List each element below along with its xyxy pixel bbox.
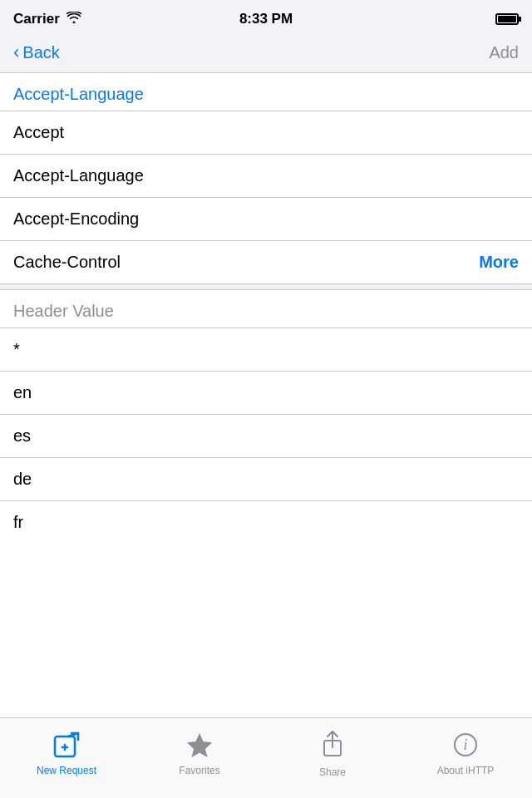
tab-bar: New Request Favorites Share i Abo [0,717,532,798]
list-item[interactable]: Accept [0,111,532,154]
value-label: de [13,470,32,489]
new-request-icon [52,732,81,761]
status-bar: Carrier 8:33 PM [0,0,532,37]
value-placeholder: Header Value [13,302,114,320]
list-item[interactable]: Cache-Control More [0,240,532,283]
star-icon [186,732,213,761]
battery-icon [495,13,519,25]
value-label: en [13,383,32,402]
item-label: Cache-Control [13,253,121,272]
carrier-label: Carrier [13,11,60,27]
header-items-list: Accept Accept-Language Accept-Encoding C… [0,111,532,283]
back-chevron-icon: ‹ [13,43,19,62]
list-item[interactable]: de [0,457,532,500]
share-icon [320,731,345,763]
back-button[interactable]: ‹ Back [13,43,60,62]
main-content: Accept-Language Accept Accept-Language A… [0,73,532,717]
header-section: Accept-Language [0,73,532,111]
info-icon: i [453,732,478,761]
list-item[interactable]: fr [0,500,532,544]
status-time: 8:33 PM [239,11,293,27]
tab-favorites-label: Favorites [179,765,219,776]
nav-bar: ‹ Back Add [0,37,532,73]
item-label: Accept-Language [13,166,144,185]
value-label: fr [13,513,23,532]
tab-share-label: Share [319,766,346,778]
back-label: Back [22,43,59,62]
tab-about-label: About iHTTP [437,765,495,776]
status-battery [495,13,519,25]
list-item[interactable]: en [0,371,532,414]
tab-share[interactable]: Share [266,718,399,790]
section-title: Accept-Language [13,85,144,103]
tab-new-request[interactable]: New Request [0,718,133,790]
list-item[interactable]: Accept-Language [0,154,532,197]
list-item[interactable]: * [0,328,532,371]
list-item[interactable]: es [0,414,532,457]
item-label: Accept-Encoding [13,209,139,229]
value-label: es [13,426,31,446]
svg-text:i: i [463,736,467,753]
svg-marker-1 [187,733,212,757]
more-button[interactable]: More [479,253,519,272]
list-item[interactable]: Accept-Encoding [0,197,532,240]
tab-about[interactable]: i About iHTTP [399,718,532,790]
value-label: * [13,340,20,359]
status-carrier: Carrier [13,11,81,27]
wifi-icon [66,11,81,27]
tab-new-request-label: New Request [37,765,96,776]
section-separator [0,283,532,290]
add-button[interactable]: Add [489,43,519,62]
tab-favorites[interactable]: Favorites [133,718,266,790]
value-section-header: Header Value [0,290,532,328]
value-items-list: * en es de fr [0,328,532,544]
item-label: Accept [13,123,64,142]
